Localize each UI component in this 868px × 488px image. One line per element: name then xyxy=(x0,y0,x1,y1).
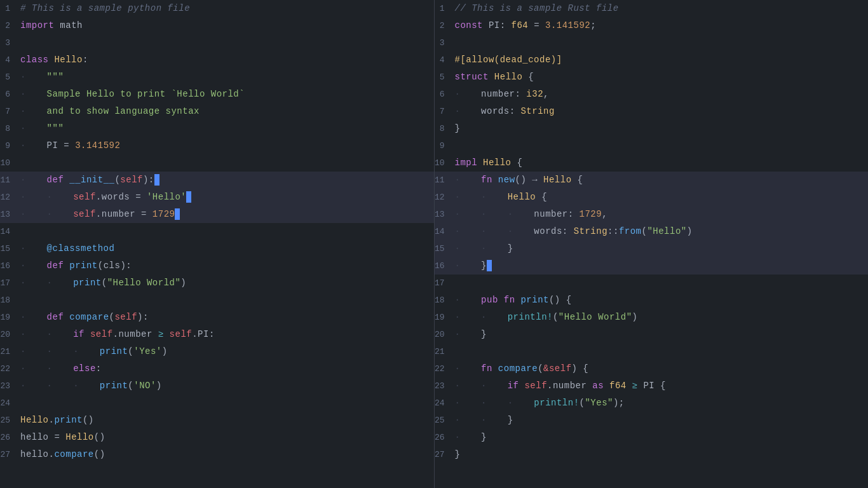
token xyxy=(85,329,90,339)
code-line-8: 8· """ xyxy=(0,120,434,137)
cursor xyxy=(487,260,492,271)
line-content: · number: i32, xyxy=(455,86,864,102)
token: () { xyxy=(549,295,572,305)
indent: · xyxy=(455,295,482,305)
code-line-13: 13· · · number: 1729, xyxy=(435,206,869,223)
code-line-24: 24 xyxy=(0,395,434,412)
token: print xyxy=(73,278,102,288)
token: ): xyxy=(143,175,154,185)
token xyxy=(64,175,69,185)
token: self xyxy=(524,381,547,391)
line-number: 7 xyxy=(435,104,455,120)
line-number: 16 xyxy=(0,258,20,274)
token: = xyxy=(58,140,75,151)
line-number: 24 xyxy=(0,395,20,412)
token: Hello xyxy=(49,55,83,65)
indent: · · xyxy=(20,209,73,219)
token: : xyxy=(562,226,574,236)
token: ) xyxy=(156,381,162,391)
indent: · · xyxy=(20,278,73,288)
token: struct xyxy=(455,72,489,82)
token: as xyxy=(592,381,604,391)
token: compare xyxy=(69,312,109,322)
indent: · xyxy=(20,106,47,116)
line-content xyxy=(455,34,864,51)
code-line-5: 5struct Hello { xyxy=(435,69,869,86)
token: ) { xyxy=(572,363,589,374)
line-number: 1 xyxy=(0,1,20,17)
token: """ xyxy=(47,123,64,133)
code-line-22: 22· · else: xyxy=(0,360,434,377)
line-number: 3 xyxy=(435,35,455,51)
line-content: · · self.number = 1729 xyxy=(20,206,429,222)
token: Hello xyxy=(543,175,572,185)
token: else xyxy=(73,363,96,374)
token: self xyxy=(170,329,193,339)
token: impl xyxy=(455,158,478,168)
token: ): xyxy=(120,261,132,271)
code-line-6: 6· Sample Hello to print `Hello World` xyxy=(0,86,434,103)
code-line-19: 19· def compare(self): xyxy=(0,309,434,326)
line-content: · · · number: 1729, xyxy=(455,206,864,222)
line-content: · def __init__(self): xyxy=(20,172,429,188)
token: hello xyxy=(20,432,49,442)
token: ; xyxy=(590,20,596,30)
line-number: 22 xyxy=(0,361,20,377)
line-number: 18 xyxy=(435,292,455,309)
line-content: · · else: xyxy=(20,360,429,377)
line-content: · · if self.number as f64 ≥ PI { xyxy=(455,377,864,394)
token: compare xyxy=(54,449,93,459)
token: `Hello World` xyxy=(171,89,245,99)
token: if xyxy=(508,381,519,391)
cursor xyxy=(175,208,180,220)
code-line-7: 7· and to show language syntax xyxy=(0,103,434,120)
token: def xyxy=(47,261,64,271)
token: hello xyxy=(20,449,49,459)
indent: · · xyxy=(455,192,508,202)
token: const xyxy=(455,20,484,30)
token: ( xyxy=(553,312,559,322)
line-number: 20 xyxy=(0,327,20,343)
line-content: struct Hello { xyxy=(455,69,864,85)
line-number: 13 xyxy=(0,207,20,223)
line-number: 13 xyxy=(435,207,455,223)
line-content: · } xyxy=(455,429,864,445)
code-line-7: 7· words: String xyxy=(435,103,869,120)
token: #[allow(dead_code)] xyxy=(455,55,562,65)
token: number xyxy=(534,209,567,219)
line-number: 23 xyxy=(435,378,455,395)
token: println! xyxy=(534,398,579,408)
line-number: 12 xyxy=(435,189,455,206)
token: # This is a sample python file xyxy=(20,3,190,13)
python-code[interactable]: 1# This is a sample python file2import m… xyxy=(0,0,434,488)
token: .PI: xyxy=(192,329,215,339)
token: fn xyxy=(481,175,492,185)
line-content: · · if self.number ≥ self.PI: xyxy=(20,326,429,342)
code-line-12: 12· · Hello { xyxy=(435,189,869,206)
line-content xyxy=(20,154,429,171)
token: ( xyxy=(128,381,133,391)
code-line-23: 23· · if self.number as f64 ≥ PI { xyxy=(435,377,869,395)
token: from xyxy=(619,226,642,236)
code-line-20: 20· · if self.number ≥ self.PI: xyxy=(0,326,434,343)
rust-code[interactable]: 1// This is a sample Rust file2const PI:… xyxy=(435,0,869,488)
token: () xyxy=(94,449,105,459)
token: print xyxy=(69,261,98,271)
code-line-25: 25Hello.print() xyxy=(0,412,434,429)
line-number: 9 xyxy=(435,138,455,154)
token: 'NO' xyxy=(133,381,156,391)
token: } xyxy=(508,415,513,425)
line-number: 8 xyxy=(0,121,20,137)
token: "Hello World" xyxy=(559,312,632,322)
code-line-18: 18 xyxy=(0,292,434,309)
line-content: · def print(cls): xyxy=(20,257,429,274)
code-line-17: 17· · print("Hello World") xyxy=(0,274,434,292)
token: () xyxy=(94,432,105,442)
token: and xyxy=(47,106,64,116)
token: Sample Hello to print xyxy=(47,89,172,99)
line-number: 10 xyxy=(435,155,455,172)
line-content xyxy=(20,34,429,51)
token: { xyxy=(517,158,522,168)
line-content: · · Hello { xyxy=(455,189,864,205)
token: PI xyxy=(483,20,500,30)
